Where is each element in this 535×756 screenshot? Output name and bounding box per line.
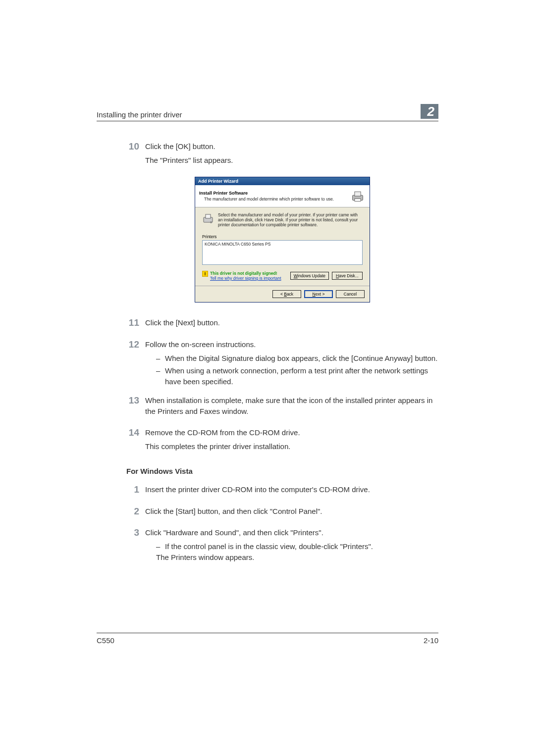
page-header: Installing the printer driver 2 [97, 104, 438, 121]
step-text: Follow the on-screen instructions. [145, 339, 438, 350]
wizard-body: Select the manufacturer and model of you… [195, 207, 370, 286]
svg-rect-1 [355, 192, 361, 196]
step-number: 14 [126, 427, 145, 455]
wizard-head-title: Install Printer Software [199, 191, 334, 196]
sub-item: –If the control panel is in the classic … [145, 541, 438, 552]
step-number: 13 [126, 395, 145, 420]
signing-left: ! This driver is not digitally signed! T… [202, 271, 281, 281]
step-13: 13 When installation is complete, make s… [126, 395, 438, 420]
step-text: Click the [OK] button. [145, 141, 438, 152]
wizard-footer: < Back Next > Cancel [195, 286, 370, 302]
step-text: Click the [Start] button, and then click… [145, 506, 438, 517]
step-text: The Printers window appears. [145, 552, 438, 563]
step-10: 10 Click the [OK] button. The "Printers"… [126, 141, 438, 169]
wizard-screenshot: Add Printer Wizard Install Printer Softw… [126, 177, 438, 303]
wizard-dialog: Add Printer Wizard Install Printer Softw… [195, 177, 370, 303]
wizard-titlebar: Add Printer Wizard [195, 177, 370, 185]
wizard-instruction-row: Select the manufacturer and model of you… [202, 212, 363, 228]
step-number: 11 [126, 317, 145, 331]
step-text: This completes the printer driver instal… [145, 441, 438, 452]
step-text: Click "Hardware and Sound", and then cli… [145, 527, 438, 538]
step-text: The "Printers" list appears. [145, 155, 438, 166]
step-11: 11 Click the [Next] button. [126, 317, 438, 331]
step-text: Click the [Next] button. [145, 317, 438, 328]
step-3: 3 Click "Hardware and Sound", and then c… [126, 527, 438, 565]
printers-list[interactable]: KONICA MINOLTA C650 Series PS [202, 240, 363, 265]
section-heading: For Windows Vista [126, 467, 438, 475]
step-text: Remove the CD-ROM from the CD-ROM drive. [145, 427, 438, 438]
sub-item: –When the Digital Signature dialog box a… [145, 353, 438, 364]
next-button[interactable]: Next > [304, 290, 333, 298]
wizard-header: Install Printer Software The manufacture… [195, 185, 370, 207]
step-number: 2 [126, 506, 145, 520]
sub-text: When the Digital Signature dialog box ap… [165, 353, 438, 364]
step-2: 2 Click the [Start] button, and then cli… [126, 506, 438, 520]
sub-text: When using a network connection, perform… [165, 365, 438, 387]
signing-row: ! This driver is not digitally signed! T… [202, 271, 363, 281]
sub-item: –When using a network connection, perfor… [145, 365, 438, 387]
sub-text: If the control panel is in the classic v… [165, 541, 438, 552]
warning-icon: ! [202, 271, 208, 277]
header-title: Installing the printer driver [97, 110, 182, 119]
step-text: When installation is complete, make sure… [145, 395, 438, 417]
step-number: 12 [126, 339, 145, 387]
footer-left: C550 [97, 636, 114, 645]
step-12: 12 Follow the on-screen instructions. –W… [126, 339, 438, 387]
page-content: 10 Click the [OK] button. The "Printers"… [97, 121, 438, 566]
step-number: 1 [126, 484, 145, 498]
wizard-instruction: Select the manufacturer and model of you… [218, 212, 363, 228]
step-number: 3 [126, 527, 145, 565]
wizard-head-desc: The manufacturer and model determine whi… [199, 197, 334, 202]
have-disk-button[interactable]: Have Disk... [332, 272, 363, 280]
svg-rect-2 [355, 199, 361, 201]
svg-rect-4 [206, 214, 211, 218]
svg-point-5 [210, 221, 212, 223]
signing-title: This driver is not digitally signed! [210, 271, 281, 276]
step-body: Click the [OK] button. The "Printers" li… [145, 141, 438, 169]
windows-update-button[interactable]: Windows Update [290, 272, 329, 280]
step-1: 1 Insert the printer driver CD-ROM into … [126, 484, 438, 498]
back-button[interactable]: < Back [272, 290, 301, 298]
disk-printer-icon [202, 212, 214, 224]
step-number: 10 [126, 141, 145, 169]
wizard-header-text: Install Printer Software The manufacture… [199, 191, 334, 202]
step-text: Insert the printer driver CD-ROM into th… [145, 484, 438, 495]
chapter-number: 2 [421, 104, 438, 119]
signing-link[interactable]: Tell me why driver signing is important [210, 276, 281, 281]
footer-right: 2-10 [424, 636, 438, 645]
printer-icon [350, 188, 366, 204]
cancel-button[interactable]: Cancel [336, 290, 365, 298]
step-14: 14 Remove the CD-ROM from the CD-ROM dri… [126, 427, 438, 455]
page-footer: C550 2-10 [97, 633, 438, 645]
printers-label: Printers [202, 234, 363, 239]
list-item[interactable]: KONICA MINOLTA C650 Series PS [205, 242, 360, 247]
